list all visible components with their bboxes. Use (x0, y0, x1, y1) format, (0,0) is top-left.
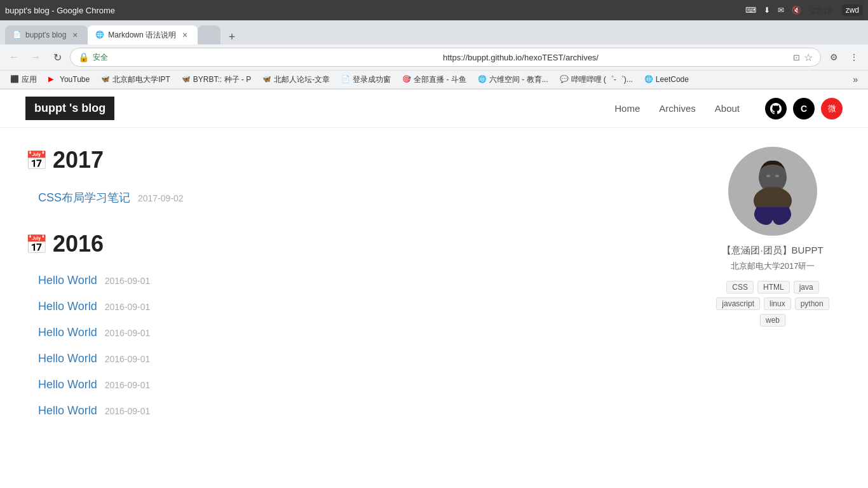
bookmark-bilibili[interactable]: 💬 哔哩哔哩 (゜-゜)... (555, 73, 638, 86)
entry-title-hw1[interactable]: Hello World (38, 274, 97, 287)
sidebar-avatar (728, 147, 817, 236)
tab-close-2[interactable]: × (180, 30, 190, 40)
star-icon[interactable]: ☆ (804, 51, 813, 64)
bookmark-apps-label: 应用 (22, 74, 37, 85)
address-bar-icons: ⊡ ☆ (793, 51, 813, 64)
entry-title-hw2[interactable]: Hello World (38, 300, 97, 313)
back-button[interactable]: ← (5, 48, 23, 66)
year-label-2017: 2017 (53, 147, 104, 173)
tab-2[interactable]: 🌐 Markdown 语法说明 × (88, 25, 198, 44)
entry-date-hw2: 2016-09-01 (105, 302, 151, 312)
url-display: https://buppt.github.io/hexoTEST/archive… (443, 53, 789, 62)
c-coding-icon[interactable]: C (793, 98, 815, 119)
calendar-icon-2016: 📅 (25, 234, 48, 255)
browser-chrome: 📄 buppt's blog × 🌐 Markdown 语法说明 × + ← →… (0, 20, 868, 90)
forward-button[interactable]: → (27, 48, 44, 66)
entry-title-hw3[interactable]: Hello World (38, 326, 97, 339)
tag-web[interactable]: web (760, 314, 785, 327)
bookmark-youtube-label: YouTube (60, 75, 90, 84)
bookmark-leetcode[interactable]: 🌐 LeetCode (639, 74, 694, 85)
bookmark-douyu[interactable]: 🎯 全部直播 - 斗鱼 (397, 73, 471, 86)
archive-entry-hw6: Hello World 2016-09-01 (25, 398, 677, 424)
social-icons: C 微 (765, 98, 843, 119)
keyboard-icon: ⌨ (745, 6, 756, 15)
sidebar: 【意涵团·团员】BUPPT 北京邮电大学2017研一 CSS HTML java… (703, 147, 843, 443)
extension-icons: ⚙ ⋮ (825, 48, 863, 66)
title-bar: buppt's blog - Google Chrome ⌨ ⬇ ✉ 🔇 22:… (0, 0, 868, 20)
site-logo[interactable]: buppt 's blog (25, 97, 114, 120)
user-badge: zwd (842, 4, 863, 16)
bookmark-buppt-label: 北京邮电大学IPT (112, 74, 170, 85)
year-heading-2016: 📅 2016 (25, 231, 677, 257)
archive-entry-css: CSS布局学习笔记 2017-09-02 (25, 184, 677, 212)
address-bar[interactable]: 🔒 安全 https://buppt.github.io/hexoTEST/ar… (70, 48, 821, 67)
calendar-icon-2017: 📅 (25, 150, 48, 171)
ext-btn-2[interactable]: ⋮ (845, 48, 863, 66)
bookmark-liuwei[interactable]: 🌐 六维空间 - 教育... (473, 73, 553, 86)
nav-about[interactable]: About (715, 103, 740, 114)
bookmark-apps[interactable]: ⬛ 应用 (5, 73, 42, 86)
archive-entry-hw4: Hello World 2016-09-01 (25, 346, 677, 372)
byrbt-favicon: 🦋 (182, 75, 191, 84)
tab-1[interactable]: 📄 buppt's blog × (5, 25, 88, 44)
tag-javascript[interactable]: javascript (716, 297, 760, 310)
entry-title-hw4[interactable]: Hello World (38, 352, 97, 365)
entry-date-hw4: 2016-09-01 (105, 354, 151, 364)
tab-favicon-1: 📄 (13, 30, 22, 39)
weibo-icon[interactable]: 微 (821, 98, 843, 119)
nav-home[interactable]: Home (614, 103, 640, 114)
volume-icon: 🔇 (792, 6, 801, 15)
tag-css[interactable]: CSS (726, 281, 754, 294)
tab-3[interactable] (198, 25, 220, 44)
bookmark-youtube[interactable]: ▶ YouTube (43, 74, 95, 85)
login-favicon: 📄 (341, 75, 350, 84)
archives-content: 📅 2017 CSS布局学习笔记 2017-09-02 📅 2016 Hello… (25, 147, 677, 443)
svg-point-3 (766, 175, 770, 177)
archive-entry-hw1: Hello World 2016-09-01 (25, 268, 677, 294)
site-header: buppt 's blog Home Archives About C 微 (0, 90, 868, 128)
beiyou-favicon: 🦋 (262, 75, 271, 84)
entry-title-hw5[interactable]: Hello World (38, 378, 97, 391)
youtube-favicon: ▶ (48, 75, 57, 84)
bookmark-login-label: 登录成功窗 (353, 74, 391, 85)
bookmark-leetcode-label: LeetCode (656, 75, 689, 84)
bookmark-buppt[interactable]: 🦋 北京邮电大学IPT (96, 73, 175, 86)
lock-icon: 🔒 (78, 52, 89, 62)
nav-archives[interactable]: Archives (659, 103, 696, 114)
tag-linux[interactable]: linux (764, 297, 791, 310)
leetcode-favicon: 🌐 (644, 75, 653, 84)
year-label-2016: 2016 (53, 231, 104, 257)
reload-button[interactable]: ↻ (48, 48, 66, 66)
cast-icon: ⊡ (793, 53, 800, 62)
bookmark-byrbt[interactable]: 🦋 BYRBT:: 种子 - P (177, 73, 256, 86)
bookmarks-bar: ⬛ 应用 ▶ YouTube 🦋 北京邮电大学IPT 🦋 BYRBT:: 种子 … (0, 70, 868, 89)
entry-date-hw5: 2016-09-01 (105, 380, 151, 390)
buppt-favicon: 🦋 (101, 75, 110, 84)
security-label: 安全 (93, 52, 439, 63)
github-icon[interactable] (765, 98, 787, 119)
download-icon: ⬇ (764, 6, 770, 15)
ext-btn-1[interactable]: ⚙ (825, 48, 843, 66)
window-title: buppt's blog - Google Chrome (5, 6, 115, 15)
bookmark-beiyou[interactable]: 🦋 北邮人论坛-文章 (257, 73, 335, 86)
entry-title-css[interactable]: CSS布局学习笔记 (38, 190, 130, 205)
title-bar-right: ⌨ ⬇ ✉ 🔇 22:13 zwd (745, 4, 863, 16)
douyu-favicon: 🎯 (402, 75, 411, 84)
bookmark-login[interactable]: 📄 登录成功窗 (336, 73, 396, 86)
bookmarks-more-button[interactable]: » (848, 73, 863, 86)
page-wrapper: buppt 's blog Home Archives About C 微 (0, 90, 868, 488)
tab-close-1[interactable]: × (70, 30, 80, 40)
tab-bar: 📄 buppt's blog × 🌐 Markdown 语法说明 × + (0, 20, 868, 44)
tab-title-1: buppt's blog (25, 30, 66, 39)
tag-html[interactable]: HTML (757, 281, 790, 294)
tab-favicon-2: 🌐 (95, 30, 104, 39)
entry-date-hw6: 2016-09-01 (105, 406, 151, 416)
tag-python[interactable]: python (795, 297, 829, 310)
site-nav: Home Archives About (614, 103, 740, 114)
tag-java[interactable]: java (794, 281, 819, 294)
archive-entry-hw5: Hello World 2016-09-01 (25, 372, 677, 398)
new-tab-button[interactable]: + (223, 29, 241, 44)
entry-title-hw6[interactable]: Hello World (38, 404, 97, 417)
year-section-2016: 📅 2016 Hello World 2016-09-01 Hello Worl… (25, 231, 677, 424)
bilibili-favicon: 💬 (560, 75, 569, 84)
